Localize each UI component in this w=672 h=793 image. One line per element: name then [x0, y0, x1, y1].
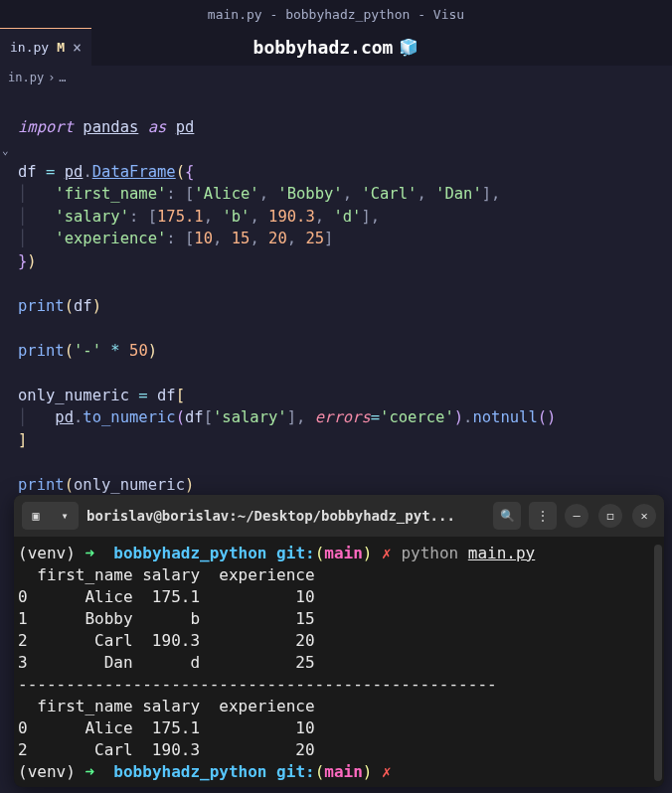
chevron-right-icon: › [48, 71, 55, 84]
dropdown-button[interactable]: ▾ [51, 502, 79, 530]
window-title-bar: main.py - bobbyhadz_python - Visu [0, 0, 672, 28]
chevron-down-icon[interactable]: ⌄ [2, 140, 9, 163]
search-icon[interactable]: 🔍 [493, 502, 521, 530]
window-title: main.py - bobbyhadz_python - Visu [208, 7, 464, 22]
close-button[interactable]: ✕ [632, 504, 656, 528]
terminal-header: ▣ ▾ borislav@borislav:~/Desktop/bobbyhad… [14, 495, 664, 537]
page-title: bobbyhadz.com 🧊 [253, 37, 420, 58]
breadcrumb[interactable]: in.py › … [0, 66, 672, 89]
tab-modified-indicator: M [57, 40, 65, 55]
terminal-title: borislav@borislav:~/Desktop/bobbyhadz_py… [86, 508, 485, 524]
menu-icon[interactable]: ⋮ [529, 502, 557, 530]
breadcrumb-more: … [59, 71, 66, 84]
code-editor[interactable]: ⌄import pandas as pd df = pd.DataFrame({… [0, 89, 672, 500]
breadcrumb-file: in.py [8, 71, 44, 84]
tab-filename: in.py [10, 40, 49, 55]
maximize-button[interactable]: ◻ [598, 504, 622, 528]
tab-bar: in.py M × bobbyhadz.com 🧊 [0, 28, 672, 66]
terminal-window: ▣ ▾ borislav@borislav:~/Desktop/bobbyhad… [14, 495, 664, 787]
new-tab-button[interactable]: ▣ [22, 502, 50, 530]
minimize-button[interactable]: — [565, 504, 588, 528]
close-icon[interactable]: × [73, 39, 82, 57]
terminal-body[interactable]: (venv) ➜ bobbyhadz_python git:(main) ✗ p… [14, 537, 664, 787]
terminal-scrollbar[interactable] [654, 545, 662, 781]
cube-icon: 🧊 [399, 38, 419, 57]
tab-main-py[interactable]: in.py M × [0, 28, 91, 66]
